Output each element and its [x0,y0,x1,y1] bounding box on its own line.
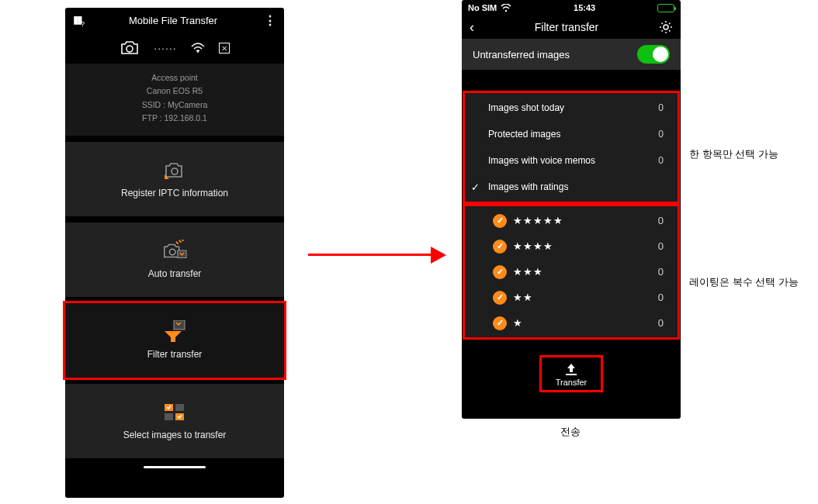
svg-point-11 [664,25,668,29]
back-icon[interactable]: ‹ [470,19,474,36]
filter-today-label: Images shot today [488,102,564,113]
rating-4-stars: ★★★★ [513,240,553,252]
rating-3-stars: ★★★ [513,266,543,278]
camera-icon [120,40,140,56]
ssid: SSID : MyCamera [65,98,284,112]
phone-right: No SIM 15:43 ‹ Filter transfer Untransfe… [462,0,681,419]
checked-icon: ✓ [493,240,507,254]
svg-point-10 [505,9,507,11]
menu-filter-label: Filter transfer [147,349,203,360]
rating-2-count: 0 [658,292,664,303]
upload-icon [563,362,579,376]
rating-3[interactable]: ✓ ★★★ 0 [465,259,678,285]
untransferred-toggle[interactable] [637,45,670,64]
phone-x-icon: ✕ [219,43,230,54]
rating-3-count: 0 [658,266,664,278]
filter-voice[interactable]: Images with voice memos 0 [465,147,678,174]
filter-group: Images shot today 0 Protected images 0 I… [465,93,678,202]
status-time: 15:43 [574,3,595,12]
svg-rect-7 [175,404,184,411]
svg-point-2 [172,168,178,174]
nav-bar: ‹ Filter transfer [462,16,681,39]
filter-ratings-label: Images with ratings [488,181,568,192]
rating-5-stars: ★★★★★ [513,215,563,226]
filter-voice-label: Images with voice memos [488,155,595,166]
menu-select-label: Select images to transfer [123,430,227,440]
filter-today[interactable]: Images shot today 0 [465,95,678,121]
rating-group: ✓ ★★★★★ 0 ✓ ★★★★ 0 ✓ ★★★ 0 ✓ ★★ 0 ✓ ★ 0 [465,206,678,337]
checked-icon: ✓ [493,265,507,279]
rating-4-count: 0 [658,240,664,252]
camera-model: Canon EOS R5 [65,85,284,98]
settings-gear-icon[interactable] [659,20,673,34]
menu-iptc[interactable]: Register IPTC information [65,142,284,216]
rating-1-count: 0 [658,317,664,329]
page-title: Filter transfer [535,21,598,33]
status-bar: No SIM 15:43 [462,0,681,16]
connection-dots: ······ [154,42,176,54]
annotation-single-select: 한 항목만 선택 가능 [689,147,778,161]
camera-tag-icon [161,160,188,181]
help-book-icon[interactable]: ▮▮? [73,13,82,28]
svg-rect-12 [566,374,577,375]
transfer-button[interactable]: Transfer [542,357,601,390]
checked-icon: ✓ [493,316,507,330]
menu-auto[interactable]: Auto transfer [65,223,284,297]
menu-select[interactable]: Select images to transfer [65,384,284,458]
checked-icon: ✓ [493,291,507,305]
rating-1-stars: ★ [513,317,523,329]
untransferred-label: Untransferred images [473,49,570,60]
sim-status: No SIM [468,3,497,12]
home-indicator [144,466,206,468]
rating-1[interactable]: ✓ ★ 0 [465,310,678,336]
transfer-label: Transfer [556,378,588,387]
ftp: FTP : 192.168.0.1 [65,112,284,125]
rating-2-stars: ★★ [513,292,533,303]
svg-rect-8 [165,413,173,420]
menu-filter[interactable]: Filter transfer [65,303,284,378]
filter-voice-count: 0 [658,155,664,166]
filter-ratings[interactable]: ✓ Images with ratings [465,174,678,200]
transfer-wrap: Transfer [462,337,681,390]
wifi-status-icon [501,4,511,12]
arrow-right [308,247,448,264]
connection-info: Access point Canon EOS R5 SSID : MyCamer… [65,64,284,136]
filter-protected-count: 0 [658,129,664,140]
filter-today-count: 0 [658,102,664,113]
annotation-multi-select: 레이팅은 복수 선택 가능 [689,275,799,289]
svg-point-0 [127,46,133,52]
connection-row: ······ ✕ [65,33,284,64]
svg-point-1 [197,51,199,53]
rating-5[interactable]: ✓ ★★★★★ 0 [465,208,678,233]
menu-auto-label: Auto transfer [148,268,202,279]
filter-transfer-icon [161,321,188,343]
menu-kebab-icon[interactable]: ⋮ [264,13,276,28]
check-icon: ✓ [471,181,480,193]
filter-protected[interactable]: Protected images 0 [465,121,678,147]
rating-2[interactable]: ✓ ★★ 0 [465,285,678,310]
untransferred-row: Untransferred images [462,39,681,70]
svg-point-3 [169,249,175,255]
titlebar: ▮▮? Mobile File Transfer ⋮ [65,8,284,33]
app-title: Mobile File Transfer [82,15,264,26]
annotation-send: 전송 [560,425,581,439]
access-point-label: Access point [65,71,284,85]
menu-iptc-label: Register IPTC information [121,188,228,198]
checked-icon: ✓ [493,214,507,228]
rating-4[interactable]: ✓ ★★★★ 0 [465,233,678,259]
auto-transfer-icon [161,240,188,262]
wifi-icon [191,43,205,54]
battery-icon [657,4,674,12]
filter-protected-label: Protected images [488,129,560,140]
phone-left: ▮▮? Mobile File Transfer ⋮ ······ ✕ Acce… [65,8,284,498]
rating-5-count: 0 [658,215,664,226]
select-images-icon [161,402,188,423]
